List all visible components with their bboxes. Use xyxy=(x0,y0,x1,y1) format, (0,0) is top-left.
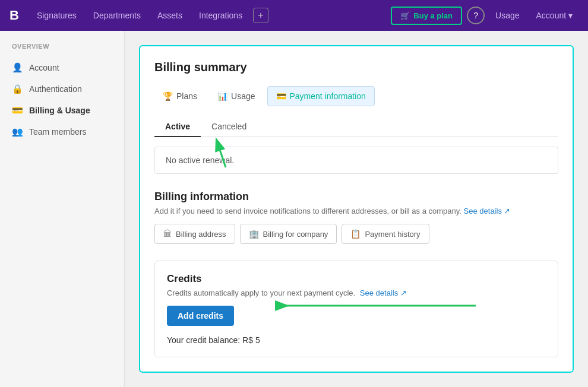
help-button[interactable]: ? xyxy=(467,7,485,24)
nav-signatures[interactable]: Signatures xyxy=(31,7,83,24)
sidebar-overview-label: OVERVIEW xyxy=(0,43,124,57)
subtab-active[interactable]: Active xyxy=(154,117,201,137)
main-content: Billing summary 🏆 Plans 📊 Usage 💳 Paymen… xyxy=(125,31,588,387)
nav-assets[interactable]: Assets xyxy=(151,7,188,24)
top-navigation: B Signatures Departments Assets Integrat… xyxy=(0,0,588,31)
sidebar-item-account[interactable]: 👤 Account xyxy=(0,57,124,78)
sidebar-item-authentication[interactable]: 🔒 Authentication xyxy=(0,78,124,100)
usage-icon: 📊 xyxy=(217,91,227,101)
no-renewal-box: No active renewal. xyxy=(154,147,558,174)
billing-company-button[interactable]: 🏢 Billing for company xyxy=(240,224,337,244)
usage-tab-label: Usage xyxy=(231,91,255,101)
cart-icon: 🛒 xyxy=(400,11,410,20)
billing-company-icon: 🏢 xyxy=(249,229,259,239)
tab-usage[interactable]: 📊 Usage xyxy=(209,87,263,106)
add-credits-button[interactable]: Add credits xyxy=(167,306,234,326)
payment-history-label: Payment history xyxy=(365,230,420,239)
subtab-canceled[interactable]: Canceled xyxy=(201,117,257,137)
credits-title: Credits xyxy=(167,273,546,285)
lock-icon: 🔒 xyxy=(12,84,23,94)
tab-plans[interactable]: 🏆 Plans xyxy=(154,87,206,106)
payment-icon: 💳 xyxy=(276,91,286,101)
billing-info-buttons: 🏛 Billing address 🏢 Billing for company … xyxy=(154,224,558,244)
plans-tab-label: Plans xyxy=(176,91,197,101)
billing-summary-title: Billing summary xyxy=(154,61,558,74)
nav-account[interactable]: Account ▾ xyxy=(530,7,578,24)
main-tabs: 🏆 Plans 📊 Usage 💳 Payment information xyxy=(154,86,558,106)
no-renewal-text: No active renewal. xyxy=(166,156,234,165)
payment-tab-label: Payment information xyxy=(290,91,366,101)
billing-info-desc-text: Add it if you need to send invoice notif… xyxy=(154,207,461,215)
billing-see-details-link[interactable]: See details ↗ xyxy=(464,207,511,215)
sidebar-authentication-label: Authentication xyxy=(29,84,82,94)
payment-history-button[interactable]: 📋 Payment history xyxy=(342,224,429,244)
credits-see-details-link[interactable]: See details ↗ xyxy=(360,288,407,297)
credit-balance: Your credit balance: R$ 5 xyxy=(167,335,546,345)
sidebar: OVERVIEW 👤 Account 🔒 Authentication 💳 Bi… xyxy=(0,31,125,387)
tab-payment-information[interactable]: 💳 Payment information xyxy=(267,86,375,106)
sidebar-item-team[interactable]: 👥 Team members xyxy=(0,121,124,142)
page-layout: OVERVIEW 👤 Account 🔒 Authentication 💳 Bi… xyxy=(0,31,588,387)
sidebar-account-label: Account xyxy=(29,63,59,72)
billing-address-icon: 🏛 xyxy=(163,229,172,239)
nav-departments[interactable]: Departments xyxy=(87,7,147,24)
plans-icon: 🏆 xyxy=(163,91,173,101)
credits-desc-text: Credits automatically apply to your next… xyxy=(167,288,355,297)
add-icon-button[interactable]: + xyxy=(253,8,268,23)
billing-information-section: Billing information Add it if you need t… xyxy=(154,191,558,244)
nav-usage[interactable]: Usage xyxy=(489,7,525,24)
buy-plan-label: Buy a plan xyxy=(413,11,453,20)
billing-info-desc: Add it if you need to send invoice notif… xyxy=(154,207,558,215)
credits-desc: Credits automatically apply to your next… xyxy=(167,288,546,297)
billing-company-label: Billing for company xyxy=(263,230,328,239)
billing-card: Billing summary 🏆 Plans 📊 Usage 💳 Paymen… xyxy=(139,45,574,373)
buy-plan-button[interactable]: 🛒 Buy a plan xyxy=(391,7,462,25)
logo: B xyxy=(10,8,19,23)
credits-section: Credits Credits automatically apply to y… xyxy=(154,261,558,357)
team-icon: 👥 xyxy=(12,126,23,137)
billing-address-button[interactable]: 🏛 Billing address xyxy=(154,224,235,244)
account-icon: 👤 xyxy=(12,62,23,73)
billing-address-label: Billing address xyxy=(176,230,226,239)
billing-icon: 💳 xyxy=(12,105,23,116)
billing-info-title: Billing information xyxy=(154,191,558,203)
sub-tabs: Active Canceled xyxy=(154,117,558,137)
nav-integrations[interactable]: Integrations xyxy=(193,7,248,24)
sidebar-team-label: Team members xyxy=(29,127,86,137)
payment-history-icon: 📋 xyxy=(350,229,361,239)
arrow-credits xyxy=(214,297,482,315)
sidebar-item-billing[interactable]: 💳 Billing & Usage xyxy=(0,100,124,121)
sidebar-billing-label: Billing & Usage xyxy=(29,106,90,115)
